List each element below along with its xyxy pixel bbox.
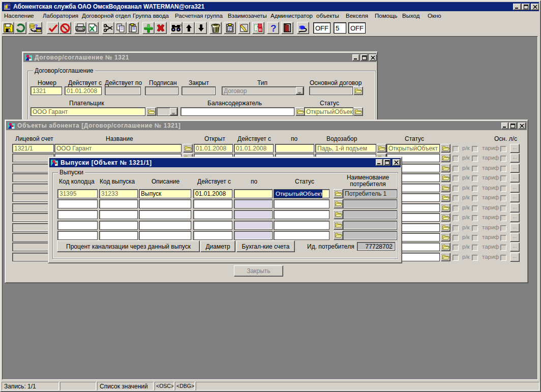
svg-text:FI: FI: [259, 28, 262, 32]
svg-text:?: ?: [270, 23, 277, 33]
svg-text:?: ?: [179, 23, 182, 28]
